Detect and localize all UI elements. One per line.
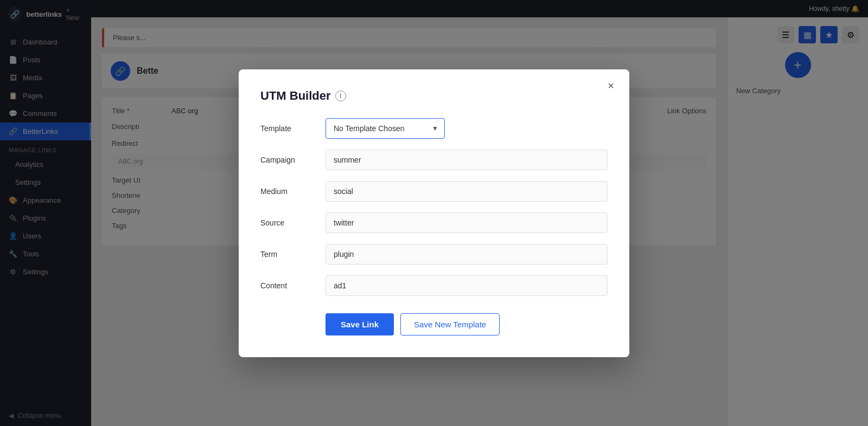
- medium-input[interactable]: [326, 181, 608, 202]
- content-row: Content: [260, 275, 608, 296]
- term-row: Term: [260, 244, 608, 264]
- modal-title-area: UTM Builder i: [260, 89, 608, 103]
- content-label: Content: [260, 281, 326, 290]
- modal-close-button[interactable]: ×: [603, 78, 618, 93]
- campaign-label: Campaign: [260, 156, 326, 164]
- modal-backdrop: × UTM Builder i Template No Template Cho…: [0, 0, 868, 426]
- template-select[interactable]: No Template Chosen: [326, 118, 445, 139]
- medium-row: Medium: [260, 181, 608, 202]
- content-input[interactable]: [326, 275, 608, 296]
- modal-button-row: Save Link Save New Template: [260, 313, 608, 335]
- term-label: Term: [260, 250, 326, 259]
- term-input[interactable]: [326, 244, 608, 264]
- source-row: Source: [260, 212, 608, 233]
- source-input[interactable]: [326, 212, 608, 233]
- source-label: Source: [260, 218, 326, 227]
- campaign-row: Campaign: [260, 150, 608, 170]
- medium-label: Medium: [260, 187, 326, 196]
- utm-builder-modal: × UTM Builder i Template No Template Cho…: [239, 69, 629, 357]
- save-link-button[interactable]: Save Link: [326, 313, 394, 335]
- save-template-button[interactable]: Save New Template: [400, 313, 500, 335]
- campaign-input[interactable]: [326, 150, 608, 170]
- template-row: Template No Template Chosen ▼: [260, 118, 608, 139]
- template-select-wrapper[interactable]: No Template Chosen ▼: [326, 118, 445, 139]
- modal-title-text: UTM Builder: [260, 89, 331, 103]
- info-icon: i: [335, 91, 346, 101]
- template-label: Template: [260, 124, 326, 133]
